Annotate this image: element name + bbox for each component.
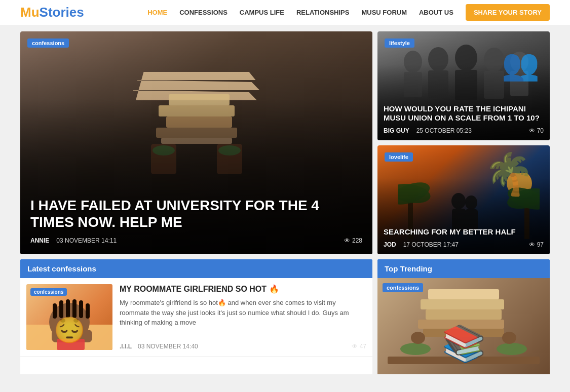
- side-card-1-meta-left: BIG GUY 25 OCTOBER 05:23: [384, 127, 472, 134]
- side-card-2-meta: JOD 17 OCTOBER 17:47 👁 97: [384, 241, 544, 248]
- main-content: confessions I HAVE FAILED AT UNIVERSITY …: [0, 25, 570, 380]
- side-card-2[interactable]: lovelife SEARCHING FOR MY BETTER HALF JO…: [377, 145, 550, 254]
- svg-rect-48: [428, 289, 499, 299]
- svg-rect-44: [423, 329, 504, 337]
- svg-point-49: [400, 343, 431, 355]
- svg-point-40: [60, 319, 65, 323]
- main-nav: HOME CONFESSIONS CAMPUS LIFE RELATIONSHI…: [147, 4, 550, 21]
- eye-icon: 👁: [344, 237, 350, 244]
- side-card-2-author: JOD: [384, 241, 396, 248]
- side-card-2-views-count: 97: [537, 241, 544, 248]
- confession-thumb-1: confessions: [26, 284, 112, 350]
- svg-rect-36: [79, 300, 83, 318]
- side-card-1-date: 25 OCTOBER 05:23: [416, 127, 472, 134]
- svg-rect-45: [418, 320, 504, 329]
- svg-rect-32: [53, 303, 57, 319]
- nav-musu-forum[interactable]: MUSU FORUM: [361, 9, 407, 16]
- confession-views-1: 👁 47: [352, 343, 366, 350]
- svg-rect-33: [59, 300, 63, 318]
- confession-views-count-1: 47: [360, 343, 366, 350]
- nav-about-us[interactable]: ABOUT US: [419, 9, 453, 16]
- nav-home[interactable]: HOME: [147, 9, 167, 16]
- side-card-1-views-count: 70: [537, 127, 544, 134]
- svg-rect-43: [388, 357, 540, 364]
- confession-content-1: MY ROOMMATE GIRLFRIEND SO HOT 🔥 My roomm…: [120, 284, 366, 350]
- svg-rect-37: [86, 303, 90, 319]
- confession-excerpt-1: My roommate's girlfriend is so hot🔥 and …: [120, 298, 366, 338]
- eye-icon-2: 👁: [529, 241, 535, 248]
- featured-author: ANNIE: [30, 237, 49, 244]
- confession-title-1: MY ROOMMATE GIRLFRIEND SO HOT 🔥: [120, 284, 366, 294]
- side-cards: lifestyle HOW WOULD YOU RATE THE ICHIPAN…: [377, 31, 550, 254]
- featured-overlay: I HAVE FAILED AT UNIVERSITY FOR THE 4 TI…: [20, 187, 372, 254]
- featured-card[interactable]: confessions I HAVE FAILED AT UNIVERSITY …: [20, 31, 372, 254]
- svg-point-51: [411, 332, 425, 344]
- trending-section: Top Trending: [377, 259, 550, 374]
- svg-point-52: [502, 332, 516, 344]
- confession-footer-left-1: .I.I.L 03 NOVEMBER 14:40: [120, 343, 198, 350]
- svg-point-39: [53, 325, 65, 335]
- trending-image-books: [377, 278, 550, 374]
- eye-icon-1: 👁: [529, 127, 535, 134]
- side-card-2-views: 👁 97: [529, 241, 544, 248]
- svg-rect-35: [72, 299, 77, 318]
- side-card-1-tag: lifestyle: [385, 38, 414, 48]
- featured-views: 👁 228: [344, 237, 362, 244]
- featured-title: I HAVE FAILED AT UNIVERSITY FOR THE 4 TI…: [30, 197, 362, 231]
- svg-rect-42: [57, 339, 85, 350]
- featured-tag: confessions: [27, 38, 69, 48]
- confession-date-1: 03 NOVEMBER 14:40: [138, 343, 198, 350]
- side-card-1-author: BIG GUY: [384, 127, 409, 134]
- svg-point-19: [507, 173, 532, 196]
- side-card-2-tag: lovelife: [385, 152, 413, 162]
- svg-rect-46: [426, 309, 502, 320]
- svg-rect-34: [66, 299, 70, 318]
- featured-meta: ANNIE 03 NOVEMBER 14:11 👁 228: [30, 237, 362, 244]
- confession-author-1: .I.I.L: [120, 343, 132, 350]
- confession-tag-1: confessions: [30, 288, 67, 296]
- featured-views-count: 228: [352, 237, 362, 244]
- svg-point-41: [73, 319, 79, 323]
- logo[interactable]: MuStories: [20, 5, 84, 20]
- side-card-1-meta: BIG GUY 25 OCTOBER 05:23 👁 70: [384, 127, 544, 134]
- top-grid: confessions I HAVE FAILED AT UNIVERSITY …: [20, 31, 550, 254]
- side-card-1[interactable]: lifestyle HOW WOULD YOU RATE THE ICHIPAN…: [377, 31, 550, 140]
- confession-card-1[interactable]: confessions MY ROOMMATE GIRLFRIEND SO HO…: [20, 278, 372, 357]
- share-story-button[interactable]: SHARE YOUR STORY: [466, 4, 550, 21]
- side-card-2-overlay: SEARCHING FOR MY BETTER HALF JOD 17 OCTO…: [377, 221, 550, 254]
- svg-rect-38: [52, 330, 92, 342]
- side-card-2-meta-left: JOD 17 OCTOBER 17:47: [384, 241, 459, 248]
- trending-thumb[interactable]: confessions: [377, 278, 550, 374]
- side-card-1-overlay: HOW WOULD YOU RATE THE ICHIPANI MUSU UNI…: [377, 98, 550, 141]
- nav-campus-life[interactable]: CAMPUS LIFE: [240, 9, 284, 16]
- trending-tag: confessions: [383, 283, 423, 292]
- svg-point-17: [510, 52, 528, 72]
- eye-icon-3: 👁: [352, 343, 358, 350]
- latest-section-header: Latest confessions: [20, 259, 372, 278]
- side-card-2-title: SEARCHING FOR MY BETTER HALF: [384, 227, 544, 237]
- trending-section-header: Top Trending: [377, 259, 550, 278]
- featured-date: 03 NOVEMBER 14:11: [56, 237, 117, 244]
- featured-meta-left: ANNIE 03 NOVEMBER 14:11: [30, 237, 117, 244]
- svg-point-50: [497, 343, 527, 355]
- logo-mu: Mu: [20, 5, 40, 20]
- side-card-1-title: HOW WOULD YOU RATE THE ICHIPANI MUSU UNI…: [384, 104, 544, 124]
- nav-confessions[interactable]: CONFESSIONS: [179, 9, 227, 16]
- header: MuStories HOME CONFESSIONS CAMPUS LIFE R…: [0, 0, 570, 25]
- bottom-grid: Latest confessions: [20, 259, 550, 374]
- nav-relationships[interactable]: RELATIONSHIPS: [296, 9, 350, 16]
- confession-footer-1: .I.I.L 03 NOVEMBER 14:40 👁 47: [120, 343, 366, 350]
- latest-confessions-section: Latest confessions: [20, 259, 372, 374]
- side-card-2-date: 17 OCTOBER 17:47: [403, 241, 459, 248]
- logo-stories: Stories: [40, 5, 84, 20]
- trending-thumb-bg: [377, 278, 550, 374]
- side-card-1-views: 👁 70: [529, 127, 544, 134]
- svg-rect-47: [421, 299, 504, 309]
